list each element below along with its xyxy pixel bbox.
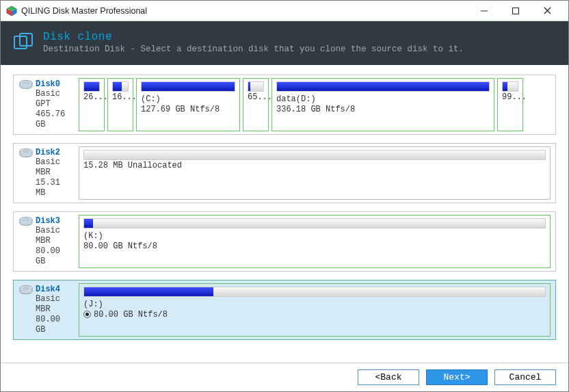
svg-rect-5 xyxy=(513,8,519,14)
partition-label: (K:) xyxy=(83,231,546,241)
disk-name: Disk4 xyxy=(36,285,73,294)
disk-row[interactable]: Disk0Basic GPT465.76 GB26...16...(C:)127… xyxy=(13,75,556,135)
disk-type: Basic MBR xyxy=(36,294,73,315)
disk-size: 465.76 GB xyxy=(36,109,73,130)
back-button[interactable]: <Back xyxy=(358,369,419,385)
partition-info: 336.18 GB Ntfs/8 xyxy=(276,105,490,114)
maximize-button[interactable] xyxy=(500,1,531,21)
partition-info: 99... xyxy=(502,92,518,102)
partition-info: 16... xyxy=(112,92,129,102)
partition-info: 26... xyxy=(83,92,100,102)
partition-label: (C:) xyxy=(141,94,235,104)
disk-row[interactable]: Disk3Basic MBR80.00 GB(K:)80.00 GB Ntfs/… xyxy=(13,211,556,272)
page-header: Disk clone Destination Disk - Select a d… xyxy=(1,21,568,65)
hdd-icon xyxy=(19,148,33,198)
disk-name: Disk2 xyxy=(36,148,73,157)
next-button[interactable]: Next> xyxy=(426,369,488,385)
partition[interactable]: 99... xyxy=(497,78,523,131)
disk-size: 15.31 MB xyxy=(36,178,73,198)
svg-point-15 xyxy=(22,218,30,221)
page-title: Disk clone xyxy=(43,31,464,43)
disk-row[interactable]: Disk4Basic MBR80.00 GB(J:)80.00 GB Ntfs/… xyxy=(13,280,556,340)
partition-label: data(D:) xyxy=(276,94,490,104)
disk-row[interactable]: Disk2Basic MBR15.31 MB15.28 MB Unallocat… xyxy=(13,143,556,203)
partition-info: 80.00 GB Ntfs/8 xyxy=(83,310,546,319)
partition[interactable]: (K:)80.00 GB Ntfs/8 xyxy=(79,215,551,268)
footer: <Back Next> Cancel xyxy=(1,363,568,391)
app-icon xyxy=(6,5,17,16)
minimize-button[interactable] xyxy=(468,1,500,21)
partition-label: (J:) xyxy=(83,300,546,309)
disk-list: Disk0Basic GPT465.76 GB26...16...(C:)127… xyxy=(1,65,568,358)
disk-name: Disk0 xyxy=(36,79,73,89)
partition[interactable]: 15.28 MB Unallocated xyxy=(79,146,551,200)
svg-point-13 xyxy=(22,150,30,153)
partition[interactable]: (C:)127.69 GB Ntfs/8 xyxy=(136,78,240,131)
page-subtitle: Destination Disk - Select a destination … xyxy=(43,44,464,54)
partition-info: 127.69 GB Ntfs/8 xyxy=(141,105,235,114)
partition-info: 80.00 GB Ntfs/8 xyxy=(83,241,546,251)
clone-icon xyxy=(13,32,34,55)
hdd-icon xyxy=(19,216,33,267)
cancel-button[interactable]: Cancel xyxy=(494,369,556,385)
partition[interactable]: 16... xyxy=(107,78,133,131)
partition[interactable]: 65... xyxy=(243,78,269,131)
partition-info: 15.28 MB Unallocated xyxy=(83,161,546,170)
partition[interactable]: data(D:)336.18 GB Ntfs/8 xyxy=(272,78,494,131)
radio-selected[interactable] xyxy=(83,311,91,318)
disk-type: Basic GPT xyxy=(36,89,73,109)
disk-type: Basic MBR xyxy=(36,226,73,246)
close-button[interactable] xyxy=(531,1,563,21)
window-title: QILING Disk Master Professional xyxy=(21,6,468,16)
disk-size: 80.00 GB xyxy=(36,315,73,335)
hdd-icon xyxy=(19,79,33,130)
titlebar: QILING Disk Master Professional xyxy=(1,1,568,21)
svg-point-11 xyxy=(22,81,30,84)
partition-info: 65... xyxy=(248,92,264,102)
disk-name: Disk3 xyxy=(36,216,73,226)
disk-size: 80.00 GB xyxy=(36,246,73,267)
partition[interactable]: (J:)80.00 GB Ntfs/8 xyxy=(79,283,551,337)
disk-type: Basic MBR xyxy=(36,157,73,178)
partition[interactable]: 26... xyxy=(79,78,105,131)
hdd-icon xyxy=(19,285,33,335)
svg-point-17 xyxy=(22,287,30,289)
